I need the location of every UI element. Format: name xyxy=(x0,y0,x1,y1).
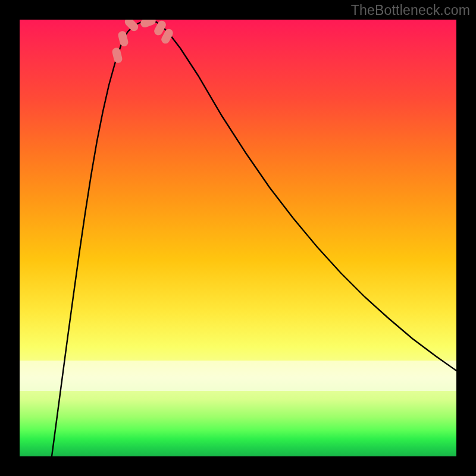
bottleneck-curve xyxy=(52,20,456,456)
curve-svg xyxy=(20,20,456,456)
chart-frame: TheBottleneck.com xyxy=(0,0,476,476)
plot-area xyxy=(20,20,456,456)
watermark-text: TheBottleneck.com xyxy=(351,2,470,18)
